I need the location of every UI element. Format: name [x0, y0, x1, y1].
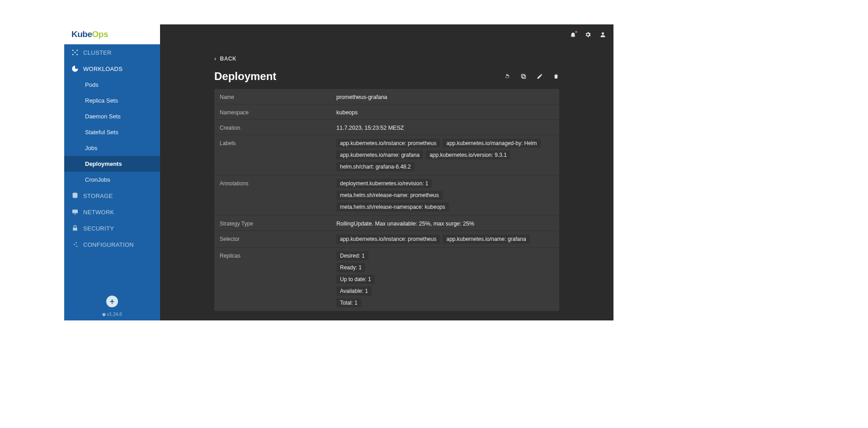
header-actions	[504, 73, 559, 80]
cluster-icon	[71, 49, 79, 56]
value: RollingUpdate. Max unavailable: 25%, max…	[336, 219, 554, 227]
user-icon[interactable]	[599, 31, 606, 38]
sidebar-sub-pods[interactable]: Pods	[64, 77, 160, 93]
row-replicas: Replicas Desired: 1 Ready: 1 Up to date:…	[214, 248, 559, 311]
sidebar-item-storage[interactable]: STORAGE	[64, 188, 160, 204]
svg-point-0	[72, 50, 74, 51]
chip: Desired: 1	[336, 251, 368, 260]
sidebar-item-configuration[interactable]: CONFIGURATION	[64, 236, 160, 253]
row-creation: Creation 11.7.2023, 15:23:52 MESZ	[214, 120, 559, 135]
value: Desired: 1 Ready: 1 Up to date: 1 Availa…	[336, 251, 554, 307]
settings-icon[interactable]	[585, 31, 591, 38]
sidebar-label: STORAGE	[83, 193, 113, 199]
value: 11.7.2023, 15:23:52 MESZ	[336, 123, 554, 131]
chip: app.kubernetes.io/managed-by: Helm	[443, 139, 540, 148]
svg-point-9	[75, 242, 77, 244]
chip: app.kubernetes.io/version: 9.3.1	[426, 151, 510, 160]
svg-rect-6	[72, 210, 78, 213]
svg-point-1	[76, 50, 78, 51]
brand-logo: KubeOps	[64, 24, 160, 44]
chip: meta.helm.sh/release-namespace: kubeops	[336, 202, 449, 212]
chip: app.kubernetes.io/name: grafana	[336, 151, 423, 160]
chevron-left-icon: ‹	[214, 56, 217, 62]
chip: app.kubernetes.io/name: grafana	[443, 235, 529, 244]
page-header: Deployment	[214, 70, 559, 83]
restart-icon[interactable]	[504, 73, 510, 80]
sidebar-sub-cronjobs[interactable]: CronJobs	[64, 172, 160, 188]
chip: meta.helm.sh/release-name: prometheus	[336, 191, 443, 200]
chip: helm.sh/chart: grafana-6.48.2	[336, 162, 415, 171]
content: ‹ BACK Deployment Name prometheus-grafan…	[160, 44, 613, 320]
label: Selector	[220, 235, 336, 244]
chip: app.kubernetes.io/instance: prometheus	[336, 139, 440, 148]
brand-kube: Kube	[71, 29, 92, 39]
lock-icon	[71, 225, 79, 232]
sidebar-label: WORKLOADS	[83, 66, 123, 72]
svg-rect-13	[523, 75, 526, 79]
value: app.kubernetes.io/instance: prometheus a…	[336, 235, 554, 244]
edit-icon[interactable]	[537, 73, 543, 80]
row-labels: Labels app.kubernetes.io/instance: prome…	[214, 135, 559, 175]
label: Name	[220, 93, 336, 100]
value: app.kubernetes.io/instance: prometheus a…	[336, 139, 554, 171]
sidebar-item-security[interactable]: SECURITY	[64, 220, 160, 236]
network-icon	[71, 208, 79, 216]
value: kubeops	[336, 108, 554, 116]
svg-point-10	[74, 244, 75, 245]
chip: Total: 1	[336, 298, 361, 307]
chip: Up to date: 1	[336, 275, 375, 284]
svg-rect-8	[73, 228, 77, 231]
svg-point-2	[72, 54, 74, 55]
info-card: Name prometheus-grafana Namespace kubeop…	[214, 89, 559, 311]
sidebar-label: CLUSTER	[83, 49, 112, 56]
row-annotations: Annotations deployment.kubernetes.io/rev…	[214, 175, 559, 216]
value: prometheus-grafana	[336, 93, 554, 100]
workloads-icon	[71, 65, 79, 72]
main: ‹ BACK Deployment Name prometheus-grafan…	[160, 24, 613, 320]
version-label: v1.24.8	[64, 312, 160, 317]
sidebar-label: NETWORK	[83, 209, 114, 216]
chip: Available: 1	[336, 287, 372, 296]
sidebar-sub-statefulsets[interactable]: Stateful Sets	[64, 124, 160, 140]
svg-rect-14	[521, 74, 524, 77]
back-label: BACK	[220, 56, 237, 62]
svg-point-12	[602, 32, 604, 34]
back-button[interactable]: ‹ BACK	[214, 56, 236, 62]
chip: deployment.kubernetes.io/revision: 1	[336, 179, 432, 188]
page-title: Deployment	[214, 70, 276, 83]
chip: Ready: 1	[336, 263, 365, 272]
notification-dot	[575, 31, 577, 33]
sidebar-label: SECURITY	[83, 225, 114, 232]
sliders-icon	[71, 241, 79, 248]
sidebar-item-workloads[interactable]: WORKLOADS	[64, 61, 160, 77]
row-strategy: Strategy Type RollingUpdate. Max unavail…	[214, 216, 559, 231]
copy-icon[interactable]	[520, 73, 527, 80]
label: Annotations	[220, 179, 336, 212]
sidebar-sub-daemonsets[interactable]: Daemon Sets	[64, 108, 160, 124]
conditions-heading: Conditions	[214, 319, 559, 320]
brand-ops: Ops	[92, 29, 108, 39]
value: deployment.kubernetes.io/revision: 1 met…	[336, 179, 554, 212]
label: Replicas	[220, 251, 336, 307]
label: Namespace	[220, 108, 336, 116]
storage-icon	[71, 192, 79, 199]
sidebar-label: CONFIGURATION	[83, 241, 134, 248]
sidebar: KubeOps CLUSTER WORKLOADS Pods Replica S…	[64, 24, 160, 320]
add-button[interactable]: +	[106, 296, 118, 307]
notifications-icon[interactable]	[570, 31, 576, 38]
svg-rect-7	[74, 214, 76, 214]
sidebar-sub-deployments[interactable]: Deployments	[64, 156, 160, 172]
svg-point-4	[74, 52, 75, 53]
label: Labels	[220, 139, 336, 171]
sidebar-item-network[interactable]: NETWORK	[64, 204, 160, 220]
svg-point-11	[76, 246, 78, 247]
sidebar-sub-jobs[interactable]: Jobs	[64, 140, 160, 156]
sidebar-item-cluster[interactable]: CLUSTER	[64, 44, 160, 61]
row-selector: Selector app.kubernetes.io/instance: pro…	[214, 231, 559, 248]
sidebar-sub-replicasets[interactable]: Replica Sets	[64, 93, 160, 108]
chip: app.kubernetes.io/instance: prometheus	[336, 235, 440, 244]
svg-point-3	[76, 54, 78, 55]
label: Creation	[220, 123, 336, 131]
delete-icon[interactable]	[553, 73, 559, 80]
row-namespace: Namespace kubeops	[214, 104, 559, 120]
